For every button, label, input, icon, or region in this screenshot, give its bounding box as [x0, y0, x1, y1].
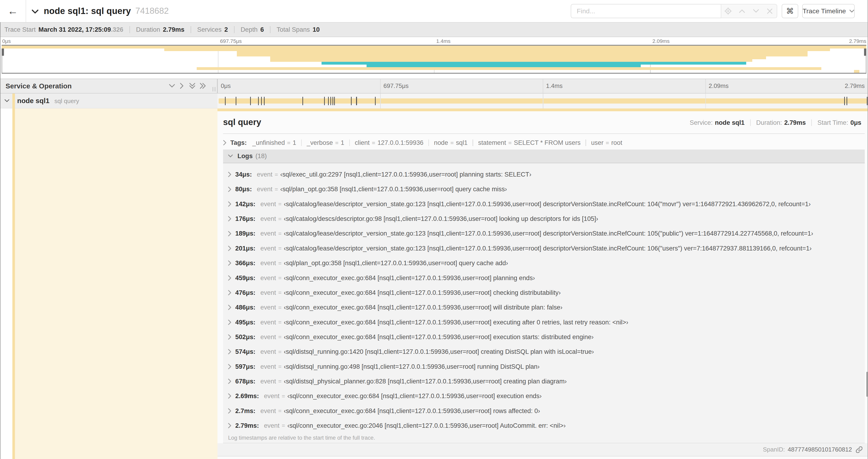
log-entry-row[interactable]: 366μs:event=‹sql/plan_opt.go:358 [nsql1,…	[223, 256, 865, 270]
log-entry-time: 2.79ms:	[235, 422, 259, 429]
log-entry-row[interactable]: 201μs:event=‹sql/catalog/lease/descripto…	[223, 241, 865, 256]
span-name-wrapper[interactable]: node sql1 sql query	[17, 94, 79, 108]
log-entry-row[interactable]: 597μs:event=‹sql/distsql_running.go:498 …	[223, 359, 865, 374]
log-entry-field: event	[264, 422, 280, 429]
log-event-tick[interactable]	[225, 97, 226, 105]
chevron-right-icon	[228, 408, 231, 414]
log-entry-field: event	[260, 348, 276, 355]
chevron-right-icon	[228, 349, 231, 355]
collapse-children-icon[interactable]	[4, 94, 9, 108]
log-entry-field: event	[260, 289, 276, 296]
prev-match-icon[interactable]	[738, 7, 746, 15]
log-event-tick[interactable]	[356, 97, 357, 105]
log-entry-time: 2.7ms:	[235, 407, 255, 415]
detail-divider	[223, 133, 865, 134]
log-entry-row[interactable]: 459μs:event=‹sql/conn_executor_exec.go:6…	[223, 270, 865, 285]
log-event-tick[interactable]	[844, 97, 845, 105]
log-event-tick[interactable]	[334, 97, 335, 105]
span-row[interactable]: node sql1 sql query	[0, 94, 868, 108]
next-match-icon[interactable]	[752, 7, 760, 15]
log-entry-value: ‹sql/distsql_running.go:1420 [nsql1,clie…	[284, 348, 594, 355]
log-event-tick[interactable]	[846, 97, 847, 105]
span-timeline-column[interactable]	[217, 94, 868, 108]
log-entry-time: 502μs:	[235, 333, 255, 341]
log-entry-time: 366μs:	[235, 259, 255, 267]
range-scrubber-right[interactable]	[866, 46, 866, 72]
tags-label: Tags:	[230, 139, 247, 146]
log-event-tick[interactable]	[328, 97, 329, 105]
tag-item[interactable]: node=sql1	[434, 139, 468, 146]
clear-search-icon[interactable]	[766, 7, 774, 15]
log-event-tick[interactable]	[264, 97, 265, 105]
link-icon[interactable]	[856, 447, 862, 453]
chevron-down-icon[interactable]	[31, 9, 39, 14]
stat-value: 2.79ms	[163, 26, 184, 33]
log-entry-row[interactable]: 678μs:event=‹sql/distsql_physical_planne…	[223, 374, 865, 389]
minimap-canvas[interactable]	[2, 45, 866, 73]
log-event-tick[interactable]	[324, 97, 325, 105]
minimap-span-bar	[270, 57, 766, 59]
tag-item[interactable]: client=127.0.0.1:59936	[355, 139, 423, 146]
detail-meta-value: 0μs	[850, 119, 862, 126]
log-entry-row[interactable]: 476μs:event=‹sql/conn_executor_exec.go:6…	[223, 285, 865, 300]
log-entry-time: 201μs:	[235, 245, 255, 252]
tag-item[interactable]: statement=SELECT * FROM users	[478, 139, 581, 146]
log-entry-row[interactable]: 80μs:event=‹sql/plan_opt.go:358 [nsql1,c…	[223, 182, 865, 197]
log-entry-value: ‹sql/conn_executor_exec.go:2046 [nsql1,c…	[287, 422, 566, 429]
collapse-one-icon[interactable]	[169, 79, 175, 93]
log-entry-equals: =	[282, 393, 285, 399]
chevron-down-icon	[228, 154, 233, 158]
log-entry-row[interactable]: 142μs:event=‹sql/catalog/lease/descripto…	[223, 197, 865, 211]
keyboard-shortcuts-button[interactable]: ⌘	[782, 4, 798, 19]
columns-header: Service & Operation 0μs697.75μs1.4ms2.09…	[0, 78, 868, 94]
log-entry-row[interactable]: 34μs:event=‹sql/exec_util.go:2297 [nsql1…	[223, 167, 865, 182]
tag-equals: =	[606, 139, 609, 146]
range-scrubber-left[interactable]	[2, 46, 2, 72]
detail-accent-bar	[217, 108, 868, 111]
span-color-bar	[12, 94, 15, 108]
log-entry-equals: =	[278, 230, 282, 237]
stat-divider	[191, 26, 191, 33]
log-entry-row[interactable]: 2.7ms:event=‹sql/conn_executor_exec.go:6…	[223, 403, 865, 418]
tag-item[interactable]: _unfinished=1	[252, 139, 296, 146]
logs-header[interactable]: Logs (18)	[223, 150, 865, 163]
log-event-tick[interactable]	[351, 97, 352, 105]
log-entry-time: 486μs:	[235, 304, 255, 311]
log-entry-row[interactable]: 495μs:event=‹sql/conn_executor_exec.go:6…	[223, 315, 865, 330]
span-name-column[interactable]: node sql1 sql query	[0, 94, 217, 108]
back-button[interactable]: ←	[0, 0, 26, 22]
service-operation-title: Service & Operation	[6, 79, 72, 93]
find-input[interactable]	[571, 4, 721, 19]
log-entry-row[interactable]: 2.79ms:event=‹sql/conn_executor_exec.go:…	[223, 418, 865, 433]
collapse-all-icon[interactable]	[189, 79, 195, 93]
log-entry-value: ‹sql/conn_executor_exec.go:684 [nsql1,cl…	[284, 407, 540, 415]
trace-minimap: 0μs697.75μs1.4ms2.09ms2.79ms	[0, 37, 868, 78]
log-entry-row[interactable]: 2.69ms:event=‹sql/conn_executor_exec.go:…	[223, 389, 865, 403]
expand-one-icon[interactable]	[180, 79, 184, 93]
log-event-tick[interactable]	[258, 97, 259, 105]
log-entry-row[interactable]: 189μs:event=‹sql/catalog/lease/descripto…	[223, 226, 865, 241]
log-entry-row[interactable]: 486μs:event=‹sql/conn_executor_exec.go:6…	[223, 300, 865, 315]
tag-item[interactable]: user=root	[591, 139, 622, 146]
log-event-tick[interactable]	[333, 97, 333, 105]
tags-row[interactable]: Tags: _unfinished=1_verbose=1client=127.…	[223, 137, 865, 148]
log-entry-row[interactable]: 176μs:event=‹sql/catalog/descs/descripto…	[223, 211, 865, 226]
log-event-tick[interactable]	[261, 97, 262, 105]
log-event-tick[interactable]	[375, 97, 376, 105]
trace-view-selector[interactable]: Trace Timeline	[802, 4, 855, 19]
expand-all-icon[interactable]	[200, 79, 206, 93]
locate-icon[interactable]	[724, 7, 732, 15]
scrollbar-thumb[interactable]	[866, 372, 868, 397]
log-event-tick[interactable]	[250, 97, 251, 105]
trace-title-group[interactable]: node sql1: sql query 7418682	[31, 0, 169, 22]
detail-row-left-fill	[15, 108, 217, 459]
log-entry-row[interactable]: 574μs:event=‹sql/distsql_running.go:1420…	[223, 345, 865, 359]
log-entry-row[interactable]: 502μs:event=‹sql/conn_executor_exec.go:6…	[223, 330, 865, 344]
log-event-tick[interactable]	[236, 97, 236, 105]
log-event-tick[interactable]	[302, 97, 303, 105]
column-resize-grip[interactable]	[213, 87, 215, 91]
tag-item[interactable]: _verbose=1	[307, 139, 344, 146]
log-event-tick[interactable]	[331, 97, 331, 105]
stat-item: Depth6	[241, 26, 264, 33]
stat-divider	[270, 26, 271, 33]
